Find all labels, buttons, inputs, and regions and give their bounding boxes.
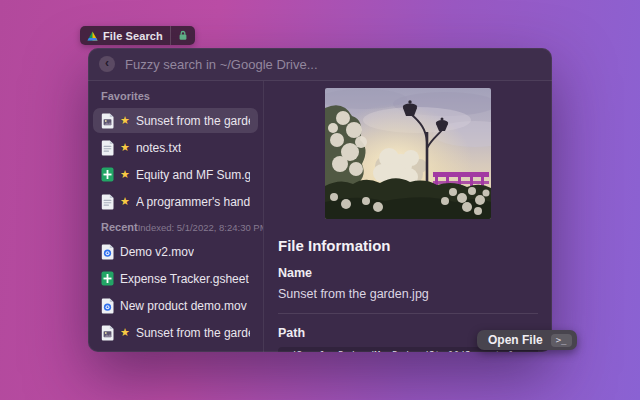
list-item[interactable]: ★Sunset from the garden.jpg [93,108,258,133]
google-drive-icon [87,31,98,41]
list-item[interactable]: ★Equity and MF Sum.gsheet [93,162,258,187]
favorite-star-icon: ★ [120,142,130,153]
file-name: Equity and MF Sum.gsheet [136,168,250,182]
sheet-file-icon [101,271,114,286]
field-value-name: Sunset from the garden.jpg [278,287,538,301]
list-item[interactable]: ★Sunset from the garden.jpg [93,320,258,345]
file-name: A programmer's handbook.p... [136,195,250,209]
detail-heading: File Information [278,237,538,254]
list-item[interactable]: avatar.png [93,347,258,352]
image-file-icon [101,352,114,353]
list-item[interactable]: Expense Tracker.gsheet [93,266,258,291]
image-file-icon [101,113,114,129]
search-bar: ‹ [88,48,552,81]
favorite-star-icon: ★ [120,169,130,180]
list-item[interactable]: New product demo.mov [93,293,258,318]
list-item[interactable]: ★A programmer's handbook.p... [93,189,258,214]
file-name: Sunset from the garden.jpg [136,114,250,128]
movie-file-icon [101,298,114,314]
lock-icon [171,30,195,41]
chevron-left-icon: ‹ [105,57,109,69]
section-label: Favorites [101,90,150,102]
file-name: Demo v2.mov [120,245,194,259]
file-name: Sunset from the garden.jpg [136,326,250,340]
window-content: Favorites ★Sunset from the garden.jpg ★n… [88,81,552,352]
file-list: Favorites ★Sunset from the garden.jpg ★n… [88,81,264,352]
section-header: RecentIndexed: 5/1/2022, 8:24:30 PM [88,216,263,239]
app-pill[interactable]: File Search [80,26,195,45]
divider [278,313,538,314]
field-label-name: Name [278,266,538,280]
file-name: Expense Tracker.gsheet [120,272,249,286]
file-name: notes.txt [136,141,181,155]
preview-image [325,88,491,219]
open-file-button[interactable]: Open File >_ [477,330,577,350]
terminal-shortcut-icon: >_ [551,334,572,347]
text-file-icon [101,140,114,156]
detail-panel: File Information Name Sunset from the ga… [264,81,552,352]
section-label: Recent [101,221,138,233]
sheet-file-icon [101,167,114,182]
open-file-label: Open File [488,333,543,347]
list-item[interactable]: Demo v2.mov [93,239,258,264]
app-pill-label: File Search [103,30,163,42]
file-search-window: ‹ Favorites ★Sunset from the garden.jpg … [88,48,552,352]
search-input[interactable] [125,57,541,72]
image-file-icon [101,325,114,341]
section-header: Favorites [88,85,263,108]
doc-file-icon [101,194,114,210]
index-status: Indexed: 5/1/2022, 8:24:30 PM [138,222,264,233]
favorite-star-icon: ★ [120,115,130,126]
list-item[interactable]: ★notes.txt [93,135,258,160]
file-name: New product demo.mov [120,299,247,313]
back-button[interactable]: ‹ [99,56,115,72]
movie-file-icon [101,244,114,260]
favorite-star-icon: ★ [120,327,130,338]
favorite-star-icon: ★ [120,196,130,207]
